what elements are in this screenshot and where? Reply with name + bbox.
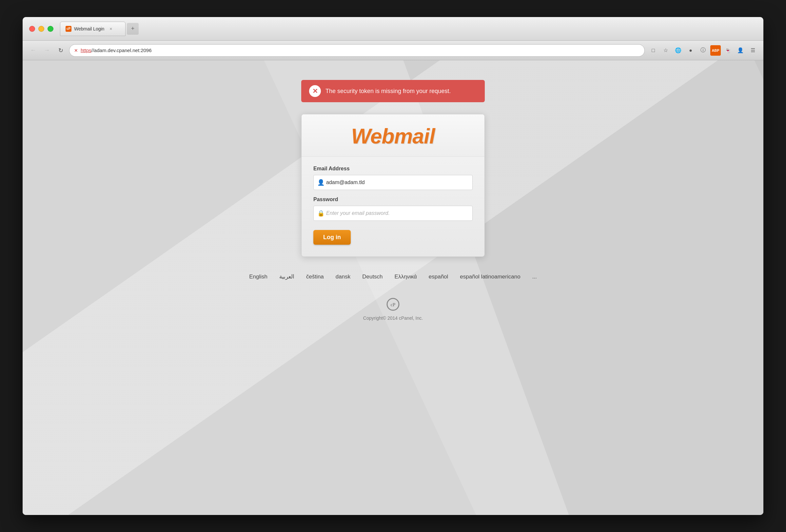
lang-greek[interactable]: Ελληνικά — [395, 273, 417, 280]
minimize-button[interactable] — [38, 26, 44, 32]
address-text: https//adam.dev.cpanel.net:2096 — [80, 48, 640, 53]
login-body: Email Address 👤 Password 🔒 Log in — [302, 156, 484, 257]
email-input[interactable] — [313, 175, 473, 190]
tabs-icon[interactable]: □ — [648, 45, 658, 56]
browser-content: ✕ The security token is missing from you… — [23, 60, 763, 515]
toolbar-icons: □ ☆ 🌐 ● ⓘ ABP 👻 👤 ☰ — [648, 45, 758, 56]
browser-window: cP Webmail Login × + ← → ↻ ✕ https//adam… — [23, 17, 763, 515]
lock-field-icon: 🔒 — [317, 210, 324, 217]
new-tab-button[interactable]: + — [127, 23, 139, 35]
lang-arabic[interactable]: العربية — [279, 273, 294, 280]
back-button[interactable]: ← — [28, 45, 38, 56]
footer-copyright: Copyright© 2014 cPanel, Inc. — [363, 315, 423, 321]
webmail-title: Webmail — [308, 124, 478, 148]
password-input[interactable] — [313, 206, 473, 221]
maximize-button[interactable] — [48, 26, 53, 32]
lang-spanish-latin[interactable]: español latinoamericano — [460, 273, 520, 280]
login-header: Webmail — [302, 114, 484, 156]
svg-text:cP: cP — [391, 303, 396, 307]
lang-english[interactable]: English — [249, 273, 268, 280]
error-message: The security token is missing from your … — [325, 88, 451, 95]
password-input-wrapper: 🔒 — [313, 206, 473, 221]
translate-icon[interactable]: 🌐 — [673, 45, 684, 56]
error-icon: ✕ — [309, 85, 321, 97]
error-banner: ✕ The security token is missing from you… — [301, 80, 485, 102]
tab-close-icon[interactable]: × — [110, 26, 112, 31]
cpanel-logo: cP — [385, 296, 401, 312]
reload-button[interactable]: ↻ — [55, 45, 66, 56]
tab-favicon: cP — [66, 26, 71, 32]
lang-german[interactable]: Deutsch — [362, 273, 383, 280]
traffic-lights — [29, 26, 53, 32]
close-button[interactable] — [29, 26, 35, 32]
bookmark-icon[interactable]: ☆ — [661, 45, 671, 56]
adblock-icon[interactable]: ABP — [710, 45, 721, 56]
browser-toolbar: ← → ↻ ✕ https//adam.dev.cpanel.net:2096 … — [23, 41, 763, 60]
login-button[interactable]: Log in — [313, 230, 351, 245]
language-bar: English العربية čeština dansk Deutsch Ελ… — [249, 273, 537, 280]
forward-button[interactable]: → — [42, 45, 52, 56]
lang-czech[interactable]: čeština — [306, 273, 324, 280]
login-box: Webmail Email Address 👤 Password 🔒 — [301, 114, 485, 257]
ghost-icon[interactable]: 👻 — [723, 45, 733, 56]
protocol-text: https — [80, 48, 91, 53]
menu-icon[interactable]: ☰ — [748, 45, 758, 56]
tab-bar: cP Webmail Login × + — [60, 22, 757, 36]
lock-icon: ✕ — [74, 48, 78, 53]
email-label: Email Address — [313, 166, 473, 172]
user-icon: 👤 — [317, 179, 324, 186]
password-section: Password 🔒 — [313, 197, 473, 221]
lang-danish[interactable]: dansk — [336, 273, 350, 280]
email-input-wrapper: 👤 — [313, 175, 473, 190]
page-background: ✕ The security token is missing from you… — [23, 60, 763, 515]
color-icon[interactable]: ● — [685, 45, 696, 56]
lang-more[interactable]: ... — [532, 273, 537, 280]
lang-spanish[interactable]: español — [429, 273, 448, 280]
page-footer: cP Copyright© 2014 cPanel, Inc. — [363, 296, 423, 321]
tab-title: Webmail Login — [74, 26, 104, 31]
address-bar[interactable]: ✕ https//adam.dev.cpanel.net:2096 — [69, 44, 645, 57]
cpanel-logo-svg: cP — [386, 297, 400, 312]
password-label: Password — [313, 197, 473, 202]
active-tab[interactable]: cP Webmail Login × — [60, 22, 125, 36]
browser-titlebar: cP Webmail Login × + — [23, 17, 763, 41]
person-icon[interactable]: 👤 — [735, 45, 746, 56]
info-icon[interactable]: ⓘ — [698, 45, 708, 56]
